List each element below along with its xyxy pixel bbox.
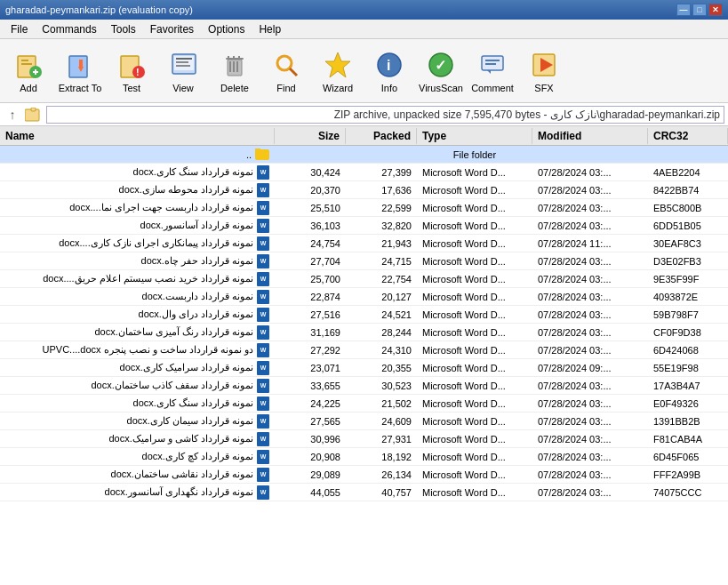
virusscan-button[interactable]: ✓ VirusScan: [416, 44, 466, 99]
address-path[interactable]: gharadad-peymankari.zip\نازک کاری - ZIP …: [46, 106, 724, 124]
test-button[interactable]: ! Test: [107, 44, 156, 99]
table-row[interactable]: Wنمونه قرارداد محوطه سازی.docx20,37017,6…: [0, 181, 728, 199]
svg-rect-16: [176, 65, 190, 67]
back-button[interactable]: ↑: [4, 106, 21, 124]
file-crc-cell: CF0F9D38: [648, 326, 728, 339]
file-type-cell: Microsoft Word D...: [417, 255, 532, 268]
file-packed-cell: [346, 154, 417, 156]
content-area: Name Size Packed Type Modified CRC32 ..F…: [0, 126, 728, 585]
file-crc-cell: 17A3B4A7: [648, 380, 728, 392]
table-row[interactable]: Wنمونه قرارداد پیمانکاری اجرای نازک کاری…: [0, 235, 728, 252]
table-row[interactable]: ..File folder: [0, 146, 728, 164]
svg-rect-14: [176, 58, 192, 60]
table-row[interactable]: Wنمونه قرارداد نگهداری آسانسور.docx44,05…: [0, 484, 728, 501]
extract-icon: [66, 51, 94, 79]
add-button[interactable]: Add: [4, 44, 53, 99]
find-label: Find: [276, 83, 295, 93]
menu-options[interactable]: Options: [201, 21, 252, 37]
file-type-cell: Microsoft Word D...: [417, 380, 532, 392]
svg-rect-35: [485, 63, 496, 65]
menu-help[interactable]: Help: [252, 21, 288, 37]
extract-button[interactable]: Extract To: [55, 44, 105, 99]
col-crc[interactable]: CRC32: [648, 128, 728, 144]
table-row[interactable]: Wنمونه قرارداد سنگ کاری.docx24,22521,502…: [0, 395, 728, 413]
word-icon: W: [257, 485, 269, 500]
table-row[interactable]: Wنمونه قرارداد کچ کاری.docx20,90818,192M…: [0, 448, 728, 466]
sfx-button[interactable]: SFX: [519, 44, 569, 99]
find-button[interactable]: Find: [261, 44, 311, 99]
file-modified-cell: 07/28/2024 03:...: [532, 255, 648, 268]
file-modified-cell: 07/28/2024 03:...: [532, 220, 648, 232]
comment-button[interactable]: Comment: [468, 44, 517, 99]
file-name-cell: Wنمونه قرارداد کاشی و سرامیک.docx: [0, 431, 275, 447]
menu-tools[interactable]: Tools: [104, 21, 143, 37]
table-row[interactable]: Wنمونه قرارداد درای وال.docx27,51624,521…: [0, 306, 728, 324]
folder-icon: [255, 149, 269, 160]
file-type-cell: Microsoft Word D...: [417, 433, 532, 445]
test-icon: !: [117, 51, 146, 79]
table-row[interactable]: Wنمونه قرارداد سیمان کاری.docx27,56524,6…: [0, 413, 728, 430]
file-type-cell: Microsoft Word D...: [417, 362, 532, 374]
file-list[interactable]: Name Size Packed Type Modified CRC32 ..F…: [0, 126, 728, 585]
menu-commands[interactable]: Commands: [35, 21, 103, 37]
file-modified-cell: 07/28/2024 03:...: [532, 273, 648, 285]
menu-file[interactable]: File: [4, 21, 35, 37]
col-modified[interactable]: Modified: [532, 128, 648, 144]
file-modified-cell: 07/28/2024 03:...: [532, 451, 648, 463]
word-icon: W: [257, 325, 269, 340]
file-packed-cell: 20,355: [346, 362, 417, 374]
file-crc-cell: 55E19F98: [648, 362, 728, 374]
info-button[interactable]: i Info: [364, 44, 414, 99]
file-modified-cell: 07/28/2024 09:...: [532, 362, 648, 374]
file-packed-cell: 20,127: [346, 291, 417, 303]
table-row[interactable]: Wنمونه قرارداد کاشی و سرامیک.docx30,9962…: [0, 430, 728, 448]
file-size-cell: 22,874: [275, 291, 346, 303]
svg-rect-1: [21, 60, 28, 61]
file-type-cell: Microsoft Word D...: [417, 166, 532, 179]
table-row[interactable]: Wنمونه قرارداد سرامیک کاری.docx23,07120,…: [0, 359, 728, 377]
file-crc-cell: 59B798F7: [648, 309, 728, 321]
table-row[interactable]: Wنمونه قرارداد خرید نصب سیستم اعلام حریق…: [0, 270, 728, 288]
word-icon: W: [257, 272, 269, 286]
col-type[interactable]: Type: [417, 128, 532, 144]
col-packed[interactable]: Packed: [346, 128, 417, 144]
table-row[interactable]: Wنمونه قرارداد رنگ آمیزی ساختمان.docx31,…: [0, 324, 728, 341]
close-button[interactable]: ✕: [708, 4, 723, 16]
file-packed-cell: 21,502: [346, 397, 417, 410]
file-size-cell: 27,292: [275, 344, 346, 357]
file-size-cell: 30,996: [275, 433, 346, 445]
file-size-cell: 30,424: [275, 166, 346, 179]
table-row[interactable]: Wدو نمونه قرارداد ساخت و نصب پنجره UPVC.…: [0, 341, 728, 359]
table-row[interactable]: Wنمونه قرارداد سقف کاذب ساختمان.docx33,6…: [0, 377, 728, 395]
menu-favorites[interactable]: Favorites: [143, 21, 201, 37]
file-name: نمونه قرارداد نقاشی ساختمان.docx: [111, 469, 253, 480]
file-size-cell: 23,071: [275, 362, 346, 374]
file-name-cell: Wنمونه قرارداد خرید نصب سیستم اعلام حریق…: [0, 271, 275, 287]
minimize-button[interactable]: —: [676, 4, 691, 16]
table-row[interactable]: Wنمونه قرارداد سنگ کاری.docx30,42427,399…: [0, 164, 728, 181]
file-modified-cell: 07/28/2024 03:...: [532, 380, 648, 392]
word-icon: W: [257, 236, 269, 251]
col-size[interactable]: Size: [275, 128, 346, 144]
table-row[interactable]: Wنمونه قرارداد آسانسور.docx36,10332,820M…: [0, 217, 728, 235]
col-name[interactable]: Name: [0, 128, 275, 144]
table-row[interactable]: Wنمونه قرارداد حفر چاه.docx27,70424,715M…: [0, 252, 728, 270]
file-type-cell: Microsoft Word D...: [417, 184, 532, 196]
delete-button[interactable]: Delete: [210, 44, 260, 99]
svg-rect-8: [79, 60, 83, 67]
word-icon: W: [257, 414, 269, 429]
file-packed-cell: 21,943: [346, 237, 417, 250]
file-name: نمونه قرارداد پیمانکاری اجرای نازک کاری.…: [59, 237, 253, 249]
table-row[interactable]: Wنمونه قرارداد داربست.docx22,87420,127Mi…: [0, 288, 728, 306]
file-size-cell: 24,225: [275, 397, 346, 410]
file-size-cell: 29,089: [275, 469, 346, 481]
file-modified-cell: 07/28/2024 03:...: [532, 397, 648, 410]
table-row[interactable]: Wنمونه قرارداد نقاشی ساختمان.docx29,0892…: [0, 466, 728, 484]
file-crc-cell: 30EAF8C3: [648, 237, 728, 250]
table-row[interactable]: Wنمونه قرارداد داربست جهت اجرای نما....d…: [0, 199, 728, 217]
file-modified-cell: 07/28/2024 03:...: [532, 433, 648, 445]
file-name-cell: Wنمونه قرارداد درای وال.docx: [0, 307, 275, 323]
wizard-button[interactable]: Wizard: [313, 44, 363, 99]
view-button[interactable]: View: [158, 44, 208, 99]
maximize-button[interactable]: □: [692, 4, 707, 16]
